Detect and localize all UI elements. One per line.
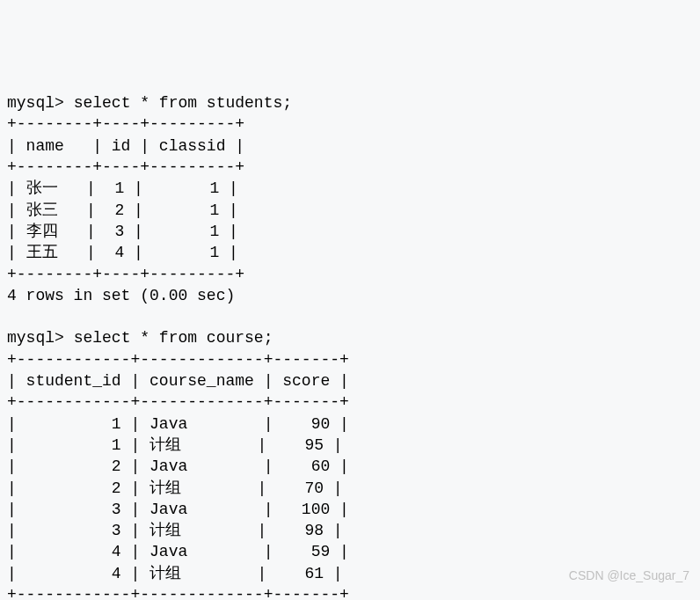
table2-header: | student_id | course_name | score | bbox=[7, 372, 349, 390]
table-row: | 3 | 计组 | 98 | bbox=[7, 522, 343, 539]
table2-border-bot: +------------+-------------+-------+ bbox=[7, 586, 349, 600]
mysql-prompt: mysql> bbox=[7, 329, 74, 347]
table1-header: | name | id | classid | bbox=[7, 137, 244, 155]
table2-border-mid: +------------+-------------+-------+ bbox=[7, 393, 349, 411]
table-row: | 王五 | 4 | 1 | bbox=[7, 244, 238, 261]
table1-border-top: +--------+----+---------+ bbox=[7, 115, 244, 133]
table-row: | 张三 | 2 | 1 | bbox=[7, 201, 238, 219]
sql-query-course: select * from course; bbox=[74, 329, 273, 347]
table-row: | 3 | Java | 100 | bbox=[7, 501, 349, 518]
table-row: | 4 | Java | 59 | bbox=[7, 543, 349, 560]
table2-border-top: +------------+-------------+-------+ bbox=[7, 351, 349, 369]
table-row: | 李四 | 3 | 1 | bbox=[7, 223, 238, 240]
table1-border-bot: +--------+----+---------+ bbox=[7, 266, 244, 283]
table-row: | 2 | 计组 | 70 | bbox=[7, 479, 343, 497]
watermark-text: CSDN @Ice_Sugar_7 bbox=[569, 567, 689, 584]
table-row: | 1 | 计组 | 95 | bbox=[7, 436, 343, 454]
table-row: | 4 | 计组 | 61 | bbox=[7, 565, 343, 582]
result-footer: 4 rows in set (0.00 sec) bbox=[7, 287, 235, 304]
table-row: | 1 | Java | 90 | bbox=[7, 415, 349, 433]
mysql-prompt: mysql> bbox=[7, 94, 74, 112]
sql-query-students: select * from students; bbox=[74, 94, 292, 112]
table-row: | 张一 | 1 | 1 | bbox=[7, 179, 238, 197]
table-row: | 2 | Java | 60 | bbox=[7, 457, 349, 475]
table1-border-mid: +--------+----+---------+ bbox=[7, 158, 244, 176]
